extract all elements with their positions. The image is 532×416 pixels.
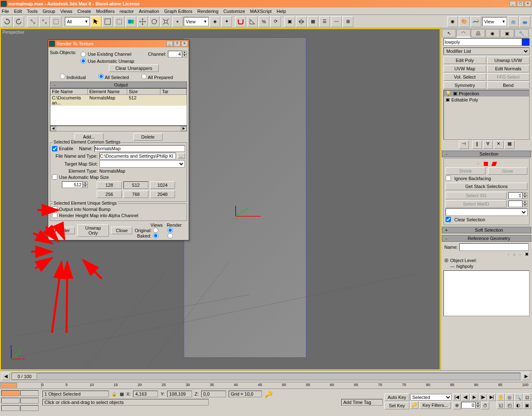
mirror-button[interactable] [296,16,307,27]
channel-spinner[interactable]: ▲▼ [168,51,187,57]
percent-snap-button[interactable]: % [259,16,269,27]
key-mode-combo[interactable]: Selected [410,394,452,401]
time-prev-button[interactable]: ◀ [2,373,10,380]
col-size[interactable]: Size [127,89,160,94]
show-end-result-button[interactable]: ‖ [472,141,482,149]
delete-button[interactable]: Delete [133,133,163,141]
zoom-all-button[interactable]: ⊡ [523,394,531,401]
make-unique-button[interactable]: ∀ [483,141,493,149]
key-icon[interactable]: 🔑 [264,390,273,398]
close-dialog-button[interactable]: Close [111,227,132,234]
stack-item-editable[interactable]: ▣Editable Poly [444,97,529,103]
select-button[interactable] [91,16,101,27]
teapot-icon[interactable] [520,16,530,27]
face-icon[interactable] [484,162,488,166]
btn-editnormals[interactable]: Edit Normals [487,65,530,72]
element-icon[interactable] [491,162,497,166]
tab-utilities[interactable]: 🔧 [515,29,529,37]
shrink-button[interactable]: Shrink [446,167,485,175]
render-button[interactable]: Render [50,227,75,234]
key-button[interactable]: 🔑 [410,401,419,409]
prev-frame-button[interactable]: ◀| [461,394,470,401]
pan-button[interactable]: ✋ [497,394,505,401]
btn-unwrap[interactable]: Unwrap UVW [487,57,530,64]
zoom-button[interactable]: 🔍 [514,394,522,401]
btn-bend[interactable]: Bend [487,82,530,89]
scale-button[interactable] [160,16,171,27]
nav-up-icon[interactable]: ↑ [507,252,510,257]
output-table[interactable]: File Name Element Name Size Tar C:\Docum… [50,88,187,126]
tab-create[interactable]: ↖ [442,29,456,37]
selection-combo[interactable] [446,208,527,216]
rollout-soft-selection[interactable]: +Soft Selection [442,227,531,233]
rollout-selection[interactable]: -Selection [442,151,531,157]
menu-modifiers[interactable]: Modifiers [96,9,115,14]
x-coord[interactable]: 4,163 [133,391,158,397]
unwrap-only-button[interactable]: Unwrap Only [77,224,109,237]
col-element[interactable]: Element Name [88,89,127,94]
swatch-1[interactable] [1,390,20,396]
arc-rotate-button[interactable]: ◎ [505,394,514,401]
table-scrollbar[interactable]: ◀▶ [50,126,187,131]
autokey-button[interactable]: Auto Key [384,394,409,401]
render-baked-radio[interactable] [167,233,173,238]
time-slider-handle[interactable]: 0 / 100 [12,373,37,380]
size-768-button[interactable]: 768 [123,191,148,198]
allprepared-radio[interactable] [141,74,147,79]
z-coord[interactable]: 0,0 [201,391,226,397]
named-sel-button[interactable]: ▣ [284,16,295,27]
object-list[interactable] [443,270,530,316]
ignore-backfacing-checkbox[interactable] [446,176,451,181]
zoom-extents-all-button[interactable]: ◰ [505,401,514,409]
track-bar-key[interactable] [0,383,17,388]
stack-item-projection[interactable]: 💡▣Projection [444,90,529,97]
swatch-6[interactable] [20,405,39,411]
get-stack-button[interactable]: Get Stack Selections [446,183,527,190]
swatch-3[interactable] [1,398,20,404]
size-128-button[interactable]: 128 [97,181,122,189]
next-frame-button[interactable]: |▶ [479,394,487,401]
configure-sets-button[interactable]: ▦ [505,141,515,149]
window-crossing-button[interactable] [126,16,136,27]
size-2048-button[interactable]: 2048 [150,191,175,198]
btn-volselect[interactable]: Vol. Select [443,73,486,81]
goto-end-button[interactable]: ▶| [488,394,496,401]
redo-button[interactable] [13,16,24,27]
dialog-minimize-button[interactable]: _ [166,41,173,47]
ref-name-input[interactable] [459,243,529,251]
maximize-button[interactable]: □ [517,1,524,7]
size-spinner[interactable]: ▲▼ [62,181,95,189]
dialog-close-button[interactable]: × [181,41,188,47]
coord-toggle-icon[interactable]: ▦ [120,391,124,397]
setkey-button[interactable]: Set Key [384,402,409,409]
key-filters-button[interactable]: Key Filters... [419,401,451,409]
select-rect-button[interactable] [114,16,125,27]
lock-icon[interactable]: 🔒 [111,391,117,397]
nav-minus-icon[interactable]: − [519,252,522,257]
align-button[interactable]: ▦ [308,16,318,27]
size-1024-button[interactable]: 1024 [150,181,175,189]
menu-file[interactable]: File [2,9,9,14]
menu-reactor[interactable]: reactor [120,9,134,14]
modifier-list-combo[interactable]: Modifier List [443,47,530,55]
tab-hierarchy[interactable]: 品 [471,29,485,37]
remove-modifier-button[interactable]: ✕ [494,141,504,149]
nav-plus-icon[interactable]: + [513,252,515,257]
tab-modify[interactable]: ◠ [456,29,470,37]
swatch-5[interactable] [1,405,20,411]
minimize-button[interactable]: _ [510,1,516,7]
dialog-titlebar[interactable]: Render To Texture _ ? × [48,40,189,47]
menu-customize[interactable]: Customize [224,9,245,14]
btn-ffdselect[interactable]: FFD Select [487,73,530,81]
play-button[interactable]: ▶ [470,394,478,401]
rotate-button[interactable] [149,16,160,27]
curve-editor-button[interactable]: 〰 [331,16,342,27]
btn-editpoly[interactable]: Edit Poly [443,57,486,64]
key-mode-toggle[interactable]: ⊕ [453,402,461,409]
schematic-button[interactable]: ⊞ [342,16,353,27]
move-button[interactable] [137,16,148,27]
menu-animation[interactable]: Animation [139,9,159,14]
select-name-button[interactable] [102,16,113,27]
render-last-button[interactable] [508,16,519,27]
menu-help[interactable]: Help [277,9,286,14]
